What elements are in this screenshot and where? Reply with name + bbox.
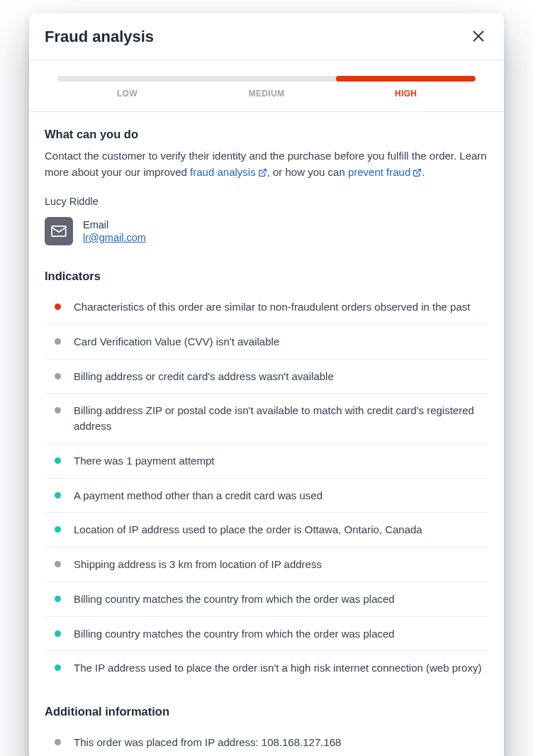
risk-bar: [57, 76, 476, 82]
indicator-text: The IP address used to place the order i…: [74, 660, 481, 676]
indicator-text: A payment method other than a credit car…: [74, 488, 322, 504]
indicator-text: Billing country matches the country from…: [74, 626, 395, 642]
indicator-dot: [55, 630, 61, 637]
indicator-item: Characteristics of this order are simila…: [45, 290, 488, 325]
risk-level-medium: MEDIUM: [197, 89, 337, 99]
indicator-item: The IP address used to place the order i…: [45, 651, 488, 685]
indicator-text: Card Verification Value (CVV) isn't avai…: [74, 334, 279, 350]
indicator-text: Shipping address is 3 km from location o…: [74, 557, 322, 572]
svg-line-3: [417, 169, 421, 173]
indicator-dot: [55, 665, 61, 671]
indicator-dot: [55, 739, 61, 745]
indicators-list: Characteristics of this order are simila…: [45, 290, 488, 685]
external-link-icon: [258, 166, 267, 182]
customer-email-link[interactable]: lr@gmail.com: [83, 232, 146, 243]
indicator-text: Location of IP address used to place the…: [74, 522, 422, 538]
indicator-item: Shipping address is 3 km from location o…: [45, 547, 488, 582]
indicators-title: Indicators: [45, 269, 488, 283]
indicator-dot: [55, 457, 61, 464]
fraud-analysis-dialog: Fraud analysis LOW MEDIUM HIGH What can …: [29, 13, 504, 756]
indicator-item: Billing address or credit card's address…: [45, 360, 488, 394]
indicator-item: There was 1 payment attempt: [45, 444, 488, 479]
close-button[interactable]: [469, 27, 488, 47]
help-title: What can you do: [45, 128, 488, 141]
indicator-dot: [55, 338, 61, 345]
indicator-dot: [55, 407, 61, 413]
risk-level-high: HIGH: [336, 89, 476, 99]
indicator-item: Card Verification Value (CVV) isn't avai…: [45, 325, 488, 360]
additional-list: This order was placed from IP address: 1…: [45, 726, 488, 756]
email-label: Email: [83, 219, 146, 230]
fraud-analysis-link[interactable]: fraud analysis: [190, 166, 267, 178]
contact-info: Email lr@gmail.com: [83, 219, 146, 243]
customer-name: Lucy Riddle: [45, 196, 488, 207]
risk-level-low: LOW: [57, 89, 197, 99]
prevent-fraud-link[interactable]: prevent fraud: [348, 166, 422, 178]
customer-contact: Email lr@gmail.com: [45, 217, 488, 245]
indicator-text: Billing country matches the country from…: [74, 591, 395, 607]
indicator-text: There was 1 payment attempt: [74, 453, 214, 469]
indicator-item: Location of IP address used to place the…: [45, 513, 488, 547]
indicator-dot: [55, 596, 61, 602]
indicator-dot: [55, 373, 61, 379]
indicator-item: Billing address ZIP or postal code isn't…: [45, 394, 488, 444]
indicator-dot: [55, 526, 61, 533]
indicator-item: A payment method other than a credit car…: [45, 479, 488, 513]
risk-meter: LOW MEDIUM HIGH: [29, 60, 504, 112]
help-text-middle: , or how you can: [267, 166, 348, 178]
dialog-content: What can you do Contact the customer to …: [29, 112, 504, 756]
indicator-text: Billing address ZIP or postal code isn't…: [74, 403, 488, 434]
dialog-header: Fraud analysis: [29, 13, 504, 60]
help-text: Contact the customer to verify their ide…: [45, 148, 488, 182]
svg-line-2: [262, 169, 266, 173]
risk-labels: LOW MEDIUM HIGH: [57, 89, 476, 99]
indicator-text: Billing address or credit card's address…: [74, 369, 334, 384]
additional-title: Additional information: [45, 705, 488, 718]
indicator-dot: [55, 304, 61, 310]
indicator-dot: [55, 561, 61, 567]
indicator-item: Billing country matches the country from…: [45, 582, 488, 617]
indicator-text: This order was placed from IP address: 1…: [74, 735, 341, 750]
indicator-dot: [55, 492, 61, 499]
indicator-item: This order was placed from IP address: 1…: [45, 726, 488, 756]
email-icon: [45, 217, 73, 245]
help-text-suffix: .: [422, 166, 425, 178]
external-link-icon: [413, 166, 422, 182]
risk-bar-fill: [336, 76, 476, 82]
dialog-title: Fraud analysis: [45, 28, 154, 46]
close-icon: [471, 28, 486, 46]
indicator-item: Billing country matches the country from…: [45, 617, 488, 652]
indicator-text: Characteristics of this order are simila…: [74, 299, 470, 315]
